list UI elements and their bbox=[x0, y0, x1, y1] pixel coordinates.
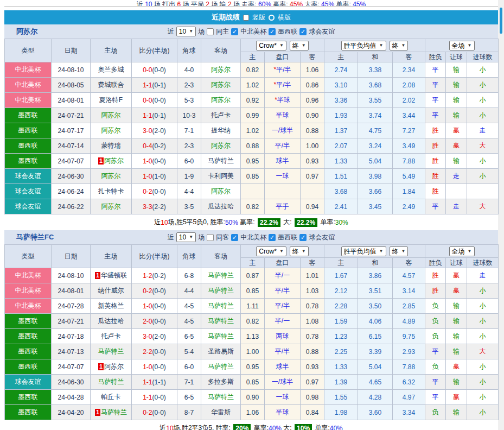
away-team-cell[interactable]: 马萨特兰 bbox=[201, 314, 241, 329]
vertical-layout-label[interactable]: 竖版 bbox=[252, 13, 265, 22]
away-team-name: 圣路易斯 bbox=[208, 347, 234, 355]
league-checkbox-label[interactable]: 球会友谊 bbox=[309, 233, 335, 242]
home-team-cell[interactable]: 阿苏尔 bbox=[91, 123, 132, 138]
same-venue-checkbox[interactable] bbox=[207, 234, 214, 241]
match-count-select[interactable]: 10▼ bbox=[176, 27, 196, 36]
away-team-cell[interactable]: 马萨特兰 bbox=[201, 329, 241, 344]
home-team-cell[interactable]: 阿苏尔 bbox=[91, 199, 132, 214]
horizontal-layout-radio[interactable] bbox=[269, 15, 275, 21]
handicap-result-cell: 赢 bbox=[446, 268, 467, 283]
league-checkbox[interactable]: ✓ bbox=[231, 28, 238, 35]
odds-cell: 0.93 bbox=[301, 359, 324, 375]
score-cell: 1-1(1-1) bbox=[132, 375, 177, 390]
handicap-result-cell: 输 bbox=[446, 405, 467, 420]
same-venue-label[interactable]: 同主 bbox=[216, 27, 229, 36]
home-team-cell[interactable]: 马萨特兰 bbox=[91, 375, 132, 390]
home-team-cell[interactable]: 夏洛特F bbox=[91, 93, 132, 108]
home-team-cell[interactable]: 奥兰多城 bbox=[91, 62, 132, 78]
chevron-down-icon: ▼ bbox=[189, 233, 193, 241]
home-team-cell[interactable]: 帕丘卡 bbox=[91, 390, 132, 405]
vertical-layout-radio[interactable] bbox=[243, 15, 249, 21]
away-team-cell[interactable]: 阿苏尔 bbox=[201, 138, 241, 154]
home-team-name: 阿苏尔 bbox=[104, 363, 124, 370]
handicap-result-cell: 输 bbox=[446, 344, 467, 359]
home-team-cell[interactable]: 瓜达拉哈 bbox=[91, 314, 132, 329]
away-team-cell[interactable]: 瓜达拉哈 bbox=[201, 199, 241, 214]
home-team-cell[interactable]: 阿苏尔 bbox=[91, 108, 132, 123]
avg-odds-cell: 4.97 bbox=[393, 390, 425, 405]
wdl-result-cell: 平 bbox=[425, 375, 446, 390]
match-row: 墨西联24-07-21阿苏尔1-1(0-1)10-3托卢卡0.99半球0.901… bbox=[5, 108, 499, 123]
league-checkbox[interactable]: ✓ bbox=[269, 28, 276, 35]
scrollbar-thumb[interactable] bbox=[500, 8, 502, 34]
home-team-cell[interactable]: 扎卡特卡 bbox=[91, 184, 132, 199]
league-checkbox[interactable]: ✓ bbox=[299, 28, 307, 35]
wdl-result-cell: 平 bbox=[425, 93, 446, 108]
scope-select-value: 全场 bbox=[452, 248, 465, 255]
league-checkbox-label[interactable]: 球会友谊 bbox=[309, 27, 335, 36]
scope-select[interactable]: 全场▼ bbox=[449, 41, 475, 50]
home-team-cell[interactable]: 新英格兰 bbox=[91, 299, 132, 314]
odds-company-select[interactable]: Crow*▼ bbox=[256, 41, 286, 50]
away-team-cell[interactable]: 阿苏尔 bbox=[201, 78, 241, 93]
avg-odds-cell: 3.45 bbox=[358, 199, 393, 214]
home-team-cell[interactable]: 托卢卡 bbox=[91, 329, 132, 344]
col-header: 日期 bbox=[52, 39, 91, 62]
goals-result-cell: 大 bbox=[467, 138, 499, 154]
home-team-cell[interactable]: 阿苏尔 bbox=[91, 169, 132, 184]
horizontal-layout-label[interactable]: 横版 bbox=[278, 13, 291, 22]
away-team-cell[interactable]: 马萨特兰 bbox=[201, 359, 241, 375]
league-checkbox-label[interactable]: 墨西联 bbox=[278, 233, 297, 242]
odds-company-select[interactable]: Crow*▼ bbox=[256, 246, 286, 256]
halftime-score: (0-0) bbox=[152, 302, 166, 310]
col-header: 比分(半场) bbox=[132, 39, 177, 62]
away-team-cell[interactable]: 提华纳 bbox=[201, 123, 241, 138]
avg-odds-select[interactable]: 胜平负均值▼ bbox=[341, 41, 386, 50]
league-checkbox-label[interactable]: 中北美杯 bbox=[240, 233, 266, 242]
avg-time-select[interactable]: 终▼ bbox=[390, 246, 409, 256]
match-row: 球会友谊24-06-24扎卡特卡0-2(0-0)4-4阿苏尔3.683.661.… bbox=[5, 184, 499, 199]
scope-select[interactable]: 全场▼ bbox=[449, 246, 475, 256]
home-team-cell[interactable]: 1阿苏尔 bbox=[91, 154, 132, 169]
league-checkbox-label[interactable]: 墨西联 bbox=[278, 27, 297, 36]
league-checkbox-label[interactable]: 中北美杯 bbox=[240, 27, 266, 36]
handicap-cell: 一球 bbox=[265, 169, 301, 184]
home-team-cell[interactable]: 1华盛顿联 bbox=[91, 268, 132, 283]
avg-time-select[interactable]: 终▼ bbox=[390, 41, 409, 50]
away-team-cell[interactable]: 托卢卡 bbox=[201, 108, 241, 123]
away-team-cell[interactable]: 华雷斯 bbox=[201, 405, 241, 420]
away-team-cell[interactable]: 马萨特兰 bbox=[201, 268, 241, 283]
handicap-cell: *平/半 bbox=[265, 78, 301, 93]
league-checkbox[interactable]: ✓ bbox=[299, 234, 307, 241]
wdl-result-cell: 负 bbox=[425, 299, 446, 314]
away-team-cell[interactable]: 马萨特兰 bbox=[201, 390, 241, 405]
away-team-cell[interactable]: 卡利阿美 bbox=[201, 169, 241, 184]
avg-odds-select[interactable]: 胜平负均值▼ bbox=[341, 246, 386, 256]
avg-odds-cell: 9.75 bbox=[393, 329, 425, 344]
away-team-cell[interactable]: 圣路易斯 bbox=[201, 344, 241, 359]
odds-cell: 1.13 bbox=[241, 329, 265, 344]
league-checkbox[interactable]: ✓ bbox=[231, 234, 238, 241]
home-team-cell[interactable]: 纳什威尔 bbox=[91, 283, 132, 299]
odds-time-select[interactable]: 终▼ bbox=[290, 41, 309, 50]
sub-col-header: 胜负 bbox=[425, 258, 446, 268]
home-team-cell[interactable]: 1马萨特兰 bbox=[91, 405, 132, 420]
away-team-cell[interactable]: 马萨特兰 bbox=[201, 154, 241, 169]
home-team-cell[interactable]: 1阿苏尔 bbox=[91, 359, 132, 375]
home-team-cell[interactable]: 马萨特兰 bbox=[91, 344, 132, 359]
away-team-cell[interactable]: 多拉多斯 bbox=[201, 375, 241, 390]
home-team-cell[interactable]: 蒙特瑞 bbox=[91, 138, 132, 154]
away-team-cell[interactable]: 阿苏尔 bbox=[201, 62, 241, 78]
top-stats-segment: 大率: bbox=[303, 1, 321, 7]
away-team-cell[interactable]: 马萨特兰 bbox=[201, 299, 241, 314]
same-venue-label[interactable]: 同客 bbox=[216, 233, 229, 242]
away-team-cell[interactable]: 马萨特兰 bbox=[201, 283, 241, 299]
match-count-select[interactable]: 10▼ bbox=[176, 232, 196, 242]
away-team-cell[interactable]: 阿苏尔 bbox=[201, 93, 241, 108]
league-checkbox[interactable]: ✓ bbox=[269, 234, 276, 241]
home-team-cell[interactable]: 费城联合 bbox=[91, 78, 132, 93]
avg-odds-cell: 3.34 bbox=[393, 405, 425, 420]
away-team-cell[interactable]: 阿苏尔 bbox=[201, 184, 241, 199]
odds-time-select[interactable]: 终▼ bbox=[290, 246, 309, 256]
same-venue-checkbox[interactable] bbox=[207, 28, 214, 35]
